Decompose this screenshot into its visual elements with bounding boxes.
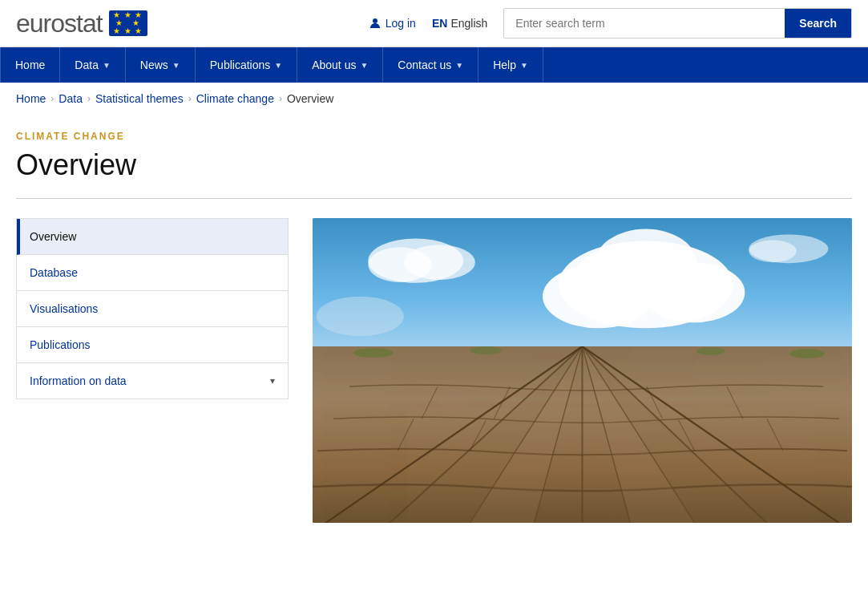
- breadcrumb-sep: ›: [87, 93, 91, 104]
- hero-image: [313, 218, 852, 523]
- eu-stars-icon: ★ ★ ★★ ★★ ★ ★: [113, 11, 143, 35]
- svg-point-5: [575, 249, 654, 304]
- sidebar-item-database[interactable]: Database: [17, 255, 288, 291]
- nav-item-publications[interactable]: Publications ▼: [196, 47, 297, 83]
- clouds-svg: [313, 225, 852, 353]
- nav-item-contact[interactable]: Contact us ▼: [383, 47, 478, 83]
- chevron-down-icon: ▼: [455, 61, 463, 70]
- nav-item-about[interactable]: About us ▼: [297, 47, 383, 83]
- login-link[interactable]: Log in: [369, 17, 416, 30]
- nav-label-publications: Publications: [210, 59, 271, 71]
- breadcrumb-climate-change[interactable]: Climate change: [196, 92, 274, 105]
- nav-item-data[interactable]: Data ▼: [60, 47, 125, 83]
- main-content: CLIMATE CHANGE Overview Overview Databas…: [0, 115, 868, 555]
- nav-label-about: About us: [312, 59, 356, 71]
- site-header: eurostat ★ ★ ★★ ★★ ★ ★ Log in EN English…: [0, 0, 868, 47]
- breadcrumb-sep: ›: [50, 93, 54, 104]
- eu-flag: ★ ★ ★★ ★★ ★ ★: [109, 10, 147, 36]
- chevron-down-icon: ▼: [103, 61, 111, 70]
- breadcrumb-sep: ›: [279, 93, 282, 104]
- sidebar-item-label: Information on data: [30, 374, 127, 387]
- search-button[interactable]: Search: [785, 9, 851, 38]
- nav-label-contact: Contact us: [398, 59, 451, 71]
- svg-point-10: [749, 240, 796, 262]
- content-columns: Overview Database Visualisations Publica…: [16, 218, 852, 523]
- sidebar-item-label: Overview: [30, 230, 76, 243]
- nav-label-home: Home: [15, 59, 45, 71]
- nav-label-news: News: [140, 59, 168, 71]
- nav-item-news[interactable]: News ▼: [126, 47, 196, 83]
- chevron-down-icon: ▾: [270, 375, 275, 386]
- breadcrumb-statistical-themes[interactable]: Statistical themes: [95, 92, 184, 105]
- logo-area: eurostat ★ ★ ★★ ★★ ★ ★: [16, 9, 147, 38]
- breadcrumb-home[interactable]: Home: [16, 92, 46, 105]
- svg-point-0: [373, 18, 377, 23]
- breadcrumb-current: Overview: [287, 92, 333, 105]
- breadcrumb-sep: ›: [188, 93, 192, 104]
- sidebar: Overview Database Visualisations Publica…: [16, 218, 289, 399]
- nav-item-home[interactable]: Home: [0, 47, 60, 83]
- sidebar-item-label: Visualisations: [30, 302, 98, 315]
- svg-point-11: [317, 296, 404, 335]
- chevron-down-icon: ▼: [520, 61, 528, 70]
- content-divider: [16, 198, 852, 199]
- theme-label: CLIMATE CHANGE: [16, 131, 852, 142]
- person-icon: [369, 17, 382, 30]
- lang-code: EN: [432, 17, 447, 30]
- nav-label-help: Help: [493, 59, 516, 71]
- page-title: Overview: [16, 148, 852, 182]
- lang-name: English: [450, 17, 487, 30]
- sidebar-item-label: Database: [30, 266, 78, 279]
- search-bar: Search: [503, 8, 852, 38]
- breadcrumb: Home › Data › Statistical themes › Clima…: [0, 83, 868, 115]
- sidebar-item-visualisations[interactable]: Visualisations: [17, 291, 288, 327]
- login-label: Log in: [386, 17, 416, 30]
- language-selector[interactable]: EN English: [432, 17, 487, 30]
- svg-point-34: [353, 348, 394, 358]
- breadcrumb-data[interactable]: Data: [59, 92, 83, 105]
- chevron-down-icon: ▼: [172, 61, 180, 70]
- svg-point-36: [696, 347, 725, 355]
- sidebar-item-information-on-data[interactable]: Information on data ▾: [17, 363, 288, 399]
- sidebar-item-label: Publications: [30, 338, 91, 351]
- svg-point-37: [789, 349, 825, 358]
- logo-text: eurostat: [16, 9, 103, 38]
- svg-point-35: [470, 346, 502, 354]
- chevron-down-icon: ▼: [360, 61, 368, 70]
- sidebar-item-publications[interactable]: Publications: [17, 327, 288, 363]
- svg-point-8: [404, 245, 475, 280]
- sidebar-item-overview[interactable]: Overview: [17, 219, 288, 255]
- chevron-down-icon: ▼: [274, 61, 282, 70]
- main-nav: Home Data ▼ News ▼ Publications ▼ About …: [0, 47, 868, 83]
- nav-label-data: Data: [75, 59, 99, 71]
- header-right: Log in EN English Search: [369, 8, 852, 38]
- nav-item-help[interactable]: Help ▼: [478, 47, 543, 83]
- cracked-earth-svg: [313, 346, 852, 523]
- search-input[interactable]: [504, 9, 785, 38]
